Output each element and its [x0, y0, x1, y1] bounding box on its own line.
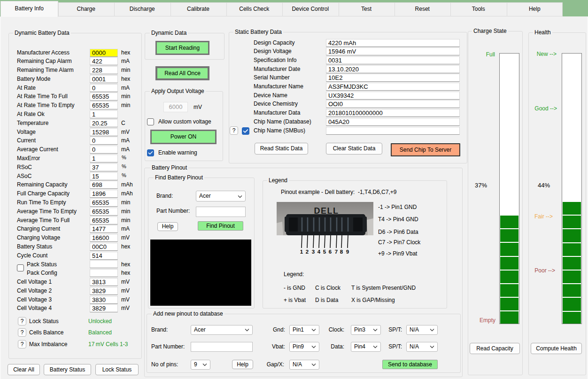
svg-text:4: 4	[317, 249, 321, 255]
svg-text:5: 5	[323, 249, 326, 255]
svg-text:2: 2	[306, 249, 309, 255]
svg-text:3: 3	[312, 249, 315, 255]
svg-text:9: 9	[346, 249, 349, 255]
svg-text:1: 1	[300, 249, 303, 255]
svg-text:6: 6	[329, 249, 332, 255]
svg-text:8: 8	[340, 249, 343, 255]
svg-text:7: 7	[335, 249, 338, 255]
